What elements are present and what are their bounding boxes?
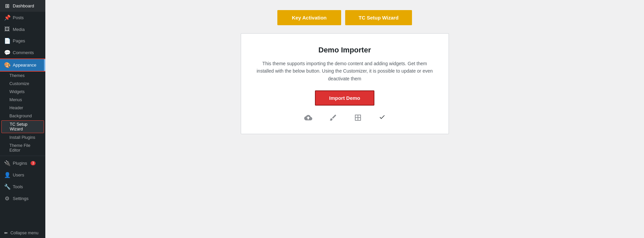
collapse-icon: ⬅ — [4, 230, 8, 235]
import-content-icon — [304, 114, 312, 124]
users-icon: 👤 — [4, 172, 10, 178]
appearance-label: Appearance — [13, 63, 36, 68]
card-description: This theme supports importing the demo c… — [255, 60, 435, 82]
plugins-icon: 🔌 — [4, 160, 10, 166]
sidebar-item-pages[interactable]: 📄 Pages — [0, 35, 45, 47]
sidebar-item-label: Plugins — [13, 161, 27, 166]
top-buttons-row: Key Activation TC Setup Wizard — [55, 10, 634, 25]
sidebar-item-label: Dashboard — [13, 3, 34, 8]
sidebar-item-label: Comments — [13, 50, 34, 55]
sidebar: ⊞ Dashboard 📌 Posts 🖼 Media 📄 Pages 💬 Co… — [0, 0, 45, 238]
collapse-label: Collapse menu — [10, 231, 38, 235]
sidebar-item-label: Tools — [13, 184, 23, 189]
pages-icon: 📄 — [4, 38, 10, 44]
sidebar-item-tc-setup[interactable]: TC Setup Wizard — [1, 120, 44, 133]
sidebar-item-tools[interactable]: 🔧 Tools — [0, 181, 45, 193]
sidebar-item-dashboard[interactable]: ⊞ Dashboard — [0, 0, 45, 12]
posts-icon: 📌 — [4, 14, 10, 21]
import-demo-button[interactable]: Import Demo — [315, 90, 374, 106]
key-activation-button[interactable]: Key Activation — [277, 10, 341, 25]
sidebar-item-appearance[interactable]: 🎨 Appearance — [0, 58, 45, 72]
sidebar-item-header[interactable]: Header — [0, 104, 45, 112]
tc-setup-wizard-button[interactable]: TC Setup Wizard — [345, 10, 412, 25]
sidebar-item-label: Posts — [13, 15, 24, 20]
table-layout-icon — [354, 114, 362, 124]
sidebar-item-label: Pages — [13, 38, 25, 43]
comments-icon: 💬 — [4, 49, 10, 56]
paint-icon — [329, 114, 337, 124]
tools-icon: 🔧 — [4, 184, 10, 190]
card-title: Demo Importer — [255, 46, 435, 54]
appearance-icon: 🎨 — [4, 62, 10, 68]
sidebar-item-widgets[interactable]: Widgets — [0, 88, 45, 96]
sidebar-item-comments[interactable]: 💬 Comments — [0, 47, 45, 58]
collapse-menu-button[interactable]: ⬅ Collapse menu — [0, 228, 45, 238]
settings-icon: ⚙ — [4, 195, 10, 202]
card-icons-row — [255, 114, 435, 124]
sidebar-item-users[interactable]: 👤 Users — [0, 169, 45, 181]
sidebar-item-label: Media — [13, 27, 25, 32]
dashboard-icon: ⊞ — [4, 3, 10, 9]
sidebar-item-install-plugins[interactable]: Install Plugins — [0, 133, 45, 142]
sidebar-item-settings[interactable]: ⚙ Settings — [0, 193, 45, 204]
sidebar-item-media[interactable]: 🖼 Media — [0, 24, 45, 35]
check-icon — [379, 114, 385, 124]
demo-importer-card: Demo Importer This theme supports import… — [241, 33, 449, 134]
sidebar-item-background[interactable]: Background — [0, 112, 45, 120]
plugins-badge: 3 — [31, 161, 36, 165]
sidebar-item-posts[interactable]: 📌 Posts — [0, 12, 45, 24]
sidebar-item-menus[interactable]: Menus — [0, 96, 45, 104]
sidebar-item-customize[interactable]: Customize — [0, 80, 45, 88]
sidebar-item-label: Users — [13, 172, 24, 177]
sidebar-item-theme-file-editor[interactable]: Theme File Editor — [0, 142, 45, 154]
sidebar-item-themes[interactable]: Themes — [0, 72, 45, 80]
main-content: Key Activation TC Setup Wizard Demo Impo… — [45, 0, 644, 238]
sidebar-item-label: Settings — [13, 196, 29, 201]
media-icon: 🖼 — [4, 26, 10, 32]
sidebar-item-plugins[interactable]: 🔌 Plugins 3 — [0, 157, 45, 169]
